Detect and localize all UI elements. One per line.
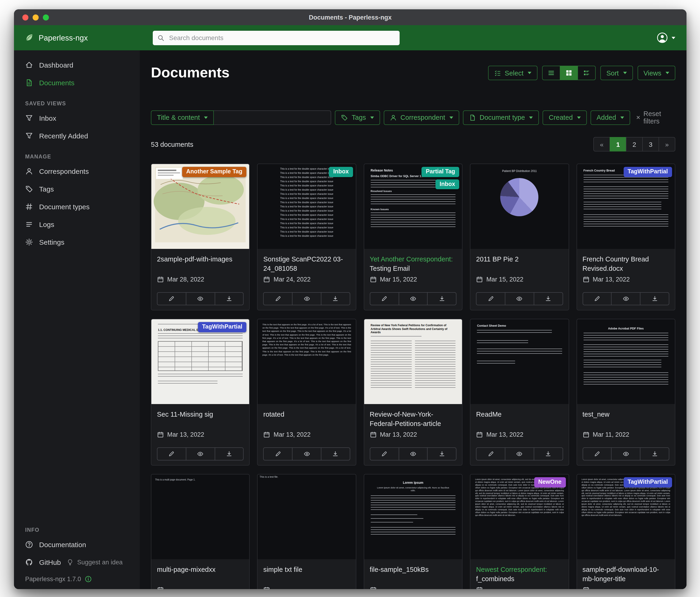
document-card[interactable]: Release NotesSimba ODBC Driver for SQL S… (364, 164, 463, 310)
info-icon[interactable] (85, 576, 92, 582)
created-filter-button[interactable]: Created (543, 110, 587, 125)
document-card[interactable]: Adobe Acrobat PDF Filestest_newMar 11, 2… (576, 319, 675, 465)
document-card[interactable]: Patient BP Distribution 20112011 BP Pie … (470, 164, 569, 310)
tag-badge[interactable]: TagWithPartial (623, 477, 672, 487)
correspondent-filter-button[interactable]: Correspondent (384, 110, 459, 125)
document-title[interactable]: Sonstige ScanPC2022 03-24_081058 (264, 255, 350, 274)
view-mode-grid-button[interactable] (560, 66, 578, 80)
view-document-button[interactable] (398, 292, 428, 305)
tag-badge[interactable]: Inbox (435, 179, 459, 189)
document-card[interactable]: Review of New York Federal Petitions for… (364, 319, 463, 465)
document-title[interactable]: French Country Bread Revised.docx (582, 255, 669, 274)
document-title[interactable]: file-sample_150kBs (370, 565, 457, 584)
document-card[interactable]: Another Sample Tag2sample-pdf-with-image… (151, 164, 250, 310)
sidebar-item-inbox[interactable]: Inbox (14, 109, 140, 127)
select-button[interactable]: Select (488, 66, 538, 80)
document-title[interactable]: multi-page-mixedxx (157, 565, 244, 584)
view-document-button[interactable] (186, 447, 215, 460)
pagination-next-button[interactable]: » (658, 137, 675, 151)
sidebar-item-github[interactable]: GitHub (14, 553, 65, 571)
window-close-button[interactable] (22, 14, 28, 20)
document-card[interactable]: This is a test file.simple txt file (257, 474, 356, 589)
document-title[interactable]: test_new (582, 410, 669, 429)
view-document-button[interactable] (186, 292, 215, 305)
title-content-filter-button[interactable]: Title & content (151, 110, 214, 125)
download-document-button[interactable] (215, 447, 244, 460)
edit-document-button[interactable] (264, 447, 293, 460)
tag-badge[interactable]: TagWithPartial (198, 322, 247, 332)
document-title[interactable]: Yet Another Correspondent: Testing Email (370, 255, 457, 274)
edit-document-button[interactable] (157, 447, 186, 460)
document-card[interactable]: Contact Sheet DemoReadMeMar 13, 2022 (470, 319, 569, 465)
edit-document-button[interactable] (370, 292, 399, 305)
document-card[interactable]: This is the text that appears on the fir… (257, 319, 356, 465)
download-document-button[interactable] (321, 447, 350, 460)
download-document-button[interactable] (534, 292, 563, 305)
pagination-page-button-1[interactable]: 1 (610, 137, 626, 151)
document-card[interactable]: Lorem ipsumLorem ipsum dolor sit amet, c… (364, 474, 463, 589)
window-zoom-button[interactable] (43, 14, 49, 20)
download-document-button[interactable] (215, 292, 244, 305)
document-card[interactable]: This is a multi page document. Page 1.mu… (151, 474, 250, 589)
document-title[interactable]: Review-of-New-York-Federal-Petitions-art… (370, 410, 457, 429)
tag-badge[interactable]: Another Sample Tag (182, 167, 247, 177)
sort-button[interactable]: Sort (600, 66, 633, 80)
download-document-button[interactable] (321, 292, 350, 305)
window-minimize-button[interactable] (33, 14, 39, 20)
tags-filter-button[interactable]: Tags (335, 110, 380, 125)
user-menu[interactable] (657, 32, 675, 43)
sidebar-item-document-types[interactable]: Document types (14, 198, 140, 215)
document-card[interactable]: Lorem ipsum dolor sit amet, consectetur … (576, 474, 675, 589)
document-type-filter-button[interactable]: Document type (463, 110, 539, 125)
search-input[interactable] (168, 33, 395, 42)
view-document-button[interactable] (505, 447, 534, 460)
document-title[interactable]: 2sample-pdf-with-images (157, 255, 244, 274)
view-mode-details-button[interactable] (577, 66, 596, 80)
pagination-page-button-3[interactable]: 3 (642, 137, 659, 151)
tag-badge[interactable]: Inbox (329, 167, 353, 177)
sidebar-item-logs[interactable]: Logs (14, 215, 140, 233)
document-card[interactable]: French Country BreadTagWithPartialFrench… (576, 164, 675, 310)
view-mode-list-button[interactable] (542, 66, 560, 80)
view-document-button[interactable] (292, 292, 321, 305)
sidebar-item-documentation[interactable]: Documentation (14, 535, 140, 553)
sidebar-item-suggest-idea[interactable]: Suggest an idea (65, 553, 126, 571)
document-title[interactable]: Sec 11-Missing sig (157, 410, 244, 429)
tag-badge[interactable]: Partial Tag (422, 167, 459, 177)
tag-badge[interactable]: TagWithPartial (623, 167, 672, 177)
pagination-page-button-2[interactable]: 2 (626, 137, 643, 151)
sidebar-item-tags[interactable]: Tags (14, 180, 140, 198)
edit-document-button[interactable] (476, 292, 505, 305)
sidebar-item-recently-added[interactable]: Recently Added (14, 127, 140, 144)
search-bar[interactable] (153, 30, 400, 45)
document-title[interactable]: ReadMe (476, 410, 563, 429)
edit-document-button[interactable] (582, 447, 612, 460)
download-document-button[interactable] (640, 447, 669, 460)
edit-document-button[interactable] (157, 292, 186, 305)
edit-document-button[interactable] (264, 292, 293, 305)
document-card[interactable]: Lorem ipsum dolor sit amet, consectetur … (470, 474, 569, 589)
document-title[interactable]: sample-pdf-download-10-mb-longer-title (582, 565, 669, 584)
view-document-button[interactable] (292, 447, 321, 460)
view-document-button[interactable] (611, 447, 641, 460)
document-title[interactable]: Newest Correspondent: f_combineds (476, 565, 563, 584)
app-logo[interactable]: Paperless-ngx (14, 33, 140, 43)
download-document-button[interactable] (427, 292, 457, 305)
title-content-filter-input[interactable] (214, 110, 331, 125)
view-document-button[interactable] (505, 292, 534, 305)
sidebar-item-documents[interactable]: Documents (14, 74, 140, 91)
edit-document-button[interactable] (476, 447, 505, 460)
edit-document-button[interactable] (582, 292, 612, 305)
document-card[interactable]: 1.1. CONTINUING MEDICAL EDUCATagWithPart… (151, 319, 250, 465)
download-document-button[interactable] (534, 447, 563, 460)
view-document-button[interactable] (398, 447, 428, 460)
added-filter-button[interactable]: Added (591, 110, 630, 125)
sidebar-item-settings[interactable]: Settings (14, 233, 140, 251)
download-document-button[interactable] (427, 447, 457, 460)
document-card[interactable]: This is a test for the double space char… (257, 164, 356, 310)
tag-badge[interactable]: NewOne (534, 477, 566, 487)
document-title[interactable]: rotated (264, 410, 350, 429)
sidebar-item-correspondents[interactable]: Correspondents (14, 162, 140, 180)
sidebar-item-dashboard[interactable]: Dashboard (14, 56, 140, 74)
document-title[interactable]: simple txt file (264, 565, 350, 584)
